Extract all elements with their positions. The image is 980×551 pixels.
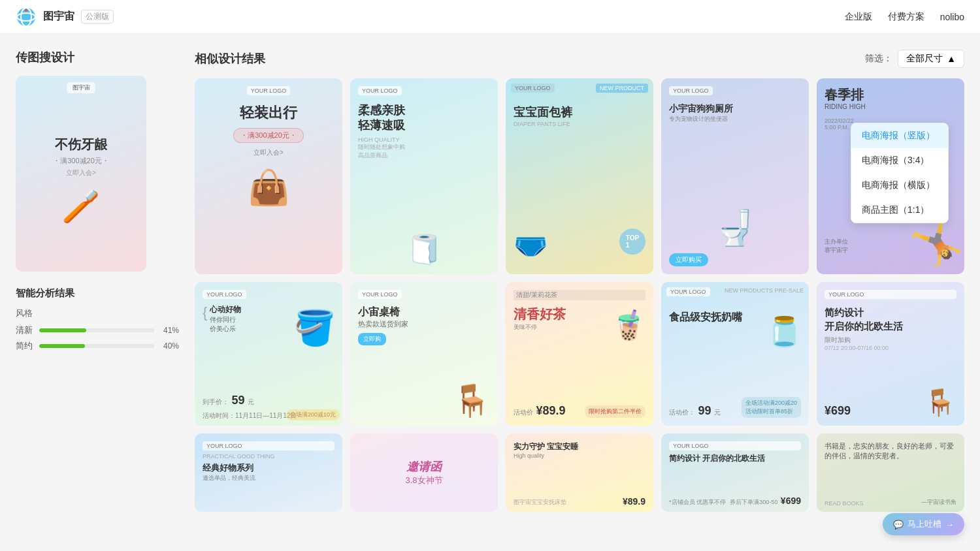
cards-row-3: YOUR LOGO PRACTICAL GOOD THING 经典好物系列 邀选… xyxy=(195,433,964,512)
style-bar-simple xyxy=(39,344,85,348)
preview-product-icon: 🪥 xyxy=(61,188,101,225)
card14-price: 券后下单满300-50 ¥699 xyxy=(730,495,801,507)
content-title: 相似设计结果 xyxy=(195,51,265,67)
card2-logo: YOUR LOGO xyxy=(358,86,402,95)
sidebar-title: 传图搜设计 xyxy=(16,50,179,65)
card13-title: 实力守护 宝宝安睡 xyxy=(514,441,645,452)
analysis-section: 智能分析结果 风格 清新 41% 简约 40% xyxy=(16,287,179,352)
preview-logo: 图宇宙 xyxy=(67,82,95,93)
main-layout: 传图搜设计 图宇宙 不伤牙龈 ・满300减20元・ 立即入会> 🪥 智能分析结果… xyxy=(0,34,980,512)
header: 图宇宙 公测版 企业版 付费方案 nolibo xyxy=(0,0,980,34)
card5-date: 2022/02/225:00 P.M. xyxy=(825,118,854,131)
card1-btn: 立即入会> xyxy=(253,148,284,157)
card1-promo: ・满300减20元・ xyxy=(233,128,304,143)
style-pct-simple: 40% xyxy=(159,341,179,351)
card2-desc: 随时随处想象中购高品质商品 xyxy=(358,143,405,160)
card14-title: 简约设计 开启你的北欧生活 xyxy=(669,453,801,464)
card4-btn: 立即购买 xyxy=(669,253,708,266)
card6-logo: YOUR LOGO xyxy=(203,290,246,299)
design-card-13[interactable]: 实力守护 宝宝安睡 High quality 图宇宙宝宝安抚床垫 ¥89.9 xyxy=(506,433,653,512)
analysis-category: 风格 xyxy=(16,307,179,319)
card6-sub1: 伴你同行 xyxy=(210,315,241,324)
card10-date: 07/12 20:00-07/16 00:00 xyxy=(825,345,956,351)
card8-promo: 限时抢购第二件半价 xyxy=(585,405,645,418)
sidebar: 传图搜设计 图宇宙 不伤牙龈 ・满300减20元・ 立即入会> 🪥 智能分析结果… xyxy=(16,50,179,512)
preview-sub-text: ・满300减20元・ xyxy=(53,156,109,166)
style-item-simple: 简约 40% xyxy=(16,340,179,352)
card15-quote: 书籍是，忠实的朋友，良好的老师，可爱的伴侣，温情的安慰者。 xyxy=(825,441,956,462)
card6-sub2: 价美心乐 xyxy=(210,324,241,334)
dropdown-item-34[interactable]: 电商海报（3:4） xyxy=(851,148,948,173)
content-area: 相似设计结果 筛选： 全部尺寸 ▲ 电商海报（竖版） 电商海报（3:4） 电商海… xyxy=(179,50,964,512)
chat-arrow-icon: → xyxy=(945,520,954,529)
card9-product: 🫙 xyxy=(766,315,802,349)
card1-product: 👜 xyxy=(248,168,290,208)
card5-sub: RIDING HIGH xyxy=(825,103,866,110)
card1-logo: YOUR LOGO xyxy=(247,86,291,95)
chat-icon: 💬 xyxy=(893,520,904,529)
svg-point-3 xyxy=(25,9,27,12)
card9-logo: YOUR LOGO xyxy=(666,287,710,296)
card5-product: 🤸 xyxy=(909,215,964,268)
card4-logo: YOUR LOGO xyxy=(669,86,713,95)
card3-top1: TOP1 xyxy=(619,228,645,255)
header-left: 图宇宙 公测版 xyxy=(16,7,114,27)
card6-product: 🪣 xyxy=(293,308,336,348)
logo-text: 图宇宙 xyxy=(43,10,74,24)
card11-sub2: 邀选单品，经典美流 xyxy=(203,474,335,482)
filter-area: 筛选： 全部尺寸 ▲ xyxy=(865,50,964,68)
chevron-up-icon: ▲ xyxy=(947,54,956,64)
design-card-6[interactable]: YOUR LOGO { 心动好物 伴你同行 价美心乐 活动时间：11月11日—1… xyxy=(195,282,342,426)
design-card-12[interactable]: 邀请函 3.8女神节 xyxy=(350,433,498,512)
content-header: 相似设计结果 筛选： 全部尺寸 ▲ xyxy=(195,50,964,68)
design-card-7[interactable]: YOUR LOGO 小宙桌椅 热卖款送货到家 立即购 🪑 xyxy=(350,282,498,426)
chat-button[interactable]: 💬 马上吐槽 → xyxy=(883,513,964,535)
card7-logo: YOUR LOGO xyxy=(358,290,402,299)
public-badge: 公测版 xyxy=(81,10,114,24)
card12-sub: 3.8女神节 xyxy=(405,475,442,486)
dropdown-item-square[interactable]: 商品主图（1:1） xyxy=(851,198,948,223)
card2-sub: HIGH QUALITY xyxy=(358,136,400,143)
design-card-2[interactable]: YOUR LOGO 柔感亲肤轻薄速吸 HIGH QUALITY 随时随处想象中购… xyxy=(350,78,498,274)
enterprise-nav[interactable]: 企业版 xyxy=(845,11,872,23)
design-card-1[interactable]: YOUR LOGO 轻装出行 ・满300减20元・ 立即入会> 👜 xyxy=(195,78,342,274)
header-right: 企业版 付费方案 nolibo xyxy=(845,11,964,23)
card9-badge: NEW PRODUCTS PRE-SALE xyxy=(725,287,804,294)
card2-product: 🧻 xyxy=(406,232,442,266)
design-card-3[interactable]: NEW PRODUCT YOUR LOGO 宝宝面包裤 DIAPER PANTS… xyxy=(506,78,653,274)
card3-logo: YOUR LOGO xyxy=(511,84,555,93)
style-item-fresh: 清新 41% xyxy=(16,324,179,336)
card13-sub: High quality xyxy=(514,452,645,459)
analysis-title: 智能分析结果 xyxy=(16,287,179,300)
design-card-8[interactable]: 清甜/茉莉花茶 清香好茶 美味不停 活动价 ¥89.9 限时抢购第二件半价 🧋 xyxy=(506,282,653,426)
card9-promo: 全场活动满200减20活动限时首单85折 xyxy=(742,397,801,418)
design-card-15[interactable]: 书籍是，忠实的朋友，良好的老师，可爱的伴侣，温情的安慰者。 —宇宙读书角 REA… xyxy=(817,433,964,512)
card10-price: ¥699 xyxy=(825,404,851,418)
dropdown-item-landscape[interactable]: 电商海报（横版） xyxy=(851,173,948,198)
style-bar-bg-fresh xyxy=(39,328,154,332)
card7-sub: 热卖款送货到家 xyxy=(358,319,490,329)
design-card-10[interactable]: YOUR LOGO 简约设计开启你的北欧生活 限时加购 07/12 20:00-… xyxy=(817,282,964,426)
card8-price-area: 活动价 ¥89.9 xyxy=(514,404,566,418)
pricing-nav[interactable]: 付费方案 xyxy=(888,11,924,23)
design-card-14[interactable]: YOUR LOGO 简约设计 开启你的北欧生活 *店铺会员 优惠享不停 券后下单… xyxy=(661,433,809,512)
card5-title: 春季排 xyxy=(825,86,864,104)
card10-sub: 限时加购 xyxy=(825,336,956,345)
filter-select[interactable]: 全部尺寸 ▲ xyxy=(898,50,964,68)
style-bar-fresh xyxy=(39,328,86,332)
card4-sub: 专为宠物设计的坐便器 xyxy=(669,115,801,123)
design-card-4[interactable]: YOUR LOGO 小宇宙狗狗厕所 专为宠物设计的坐便器 🚽 立即购买 xyxy=(661,78,809,274)
design-card-11[interactable]: YOUR LOGO PRACTICAL GOOD THING 经典好物系列 邀选… xyxy=(195,433,342,512)
preview-btn: 立即入会> xyxy=(66,168,96,178)
logo-icon xyxy=(16,7,37,27)
card10-logo: YOUR LOGO xyxy=(825,290,956,299)
card1-title: 轻装出行 xyxy=(240,103,297,123)
design-card-9[interactable]: YOUR LOGO NEW PRODUCTS PRE-SALE 食品级安抚奶嘴 … xyxy=(661,282,809,426)
card3-product: 🩲 xyxy=(514,229,547,261)
cards-row-2: YOUR LOGO { 心动好物 伴你同行 价美心乐 活动时间：11月11日—1… xyxy=(195,282,964,426)
filter-dropdown[interactable]: 电商海报（竖版） 电商海报（3:4） 电商海报（横版） 商品主图（1:1） xyxy=(851,123,949,223)
card10-title: 简约设计开启你的北欧生活 xyxy=(825,306,956,333)
dropdown-item-portrait[interactable]: 电商海报（竖版） xyxy=(851,123,948,148)
user-nav[interactable]: nolibo xyxy=(940,12,964,22)
card2-title: 柔感亲肤轻薄速吸 xyxy=(358,103,405,134)
